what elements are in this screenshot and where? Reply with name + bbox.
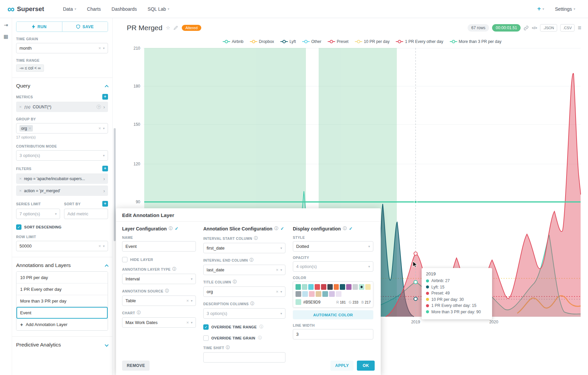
ok-button[interactable]: OK bbox=[357, 361, 375, 371]
close-icon[interactable]: × bbox=[186, 320, 189, 325]
annotation-layer-item[interactable]: 1 PR Every other day bbox=[16, 283, 108, 295]
color-swatch[interactable] bbox=[296, 291, 301, 297]
style-select[interactable]: Dotted ▾ bbox=[293, 241, 373, 252]
annotation-layer-item-selected[interactable]: Event bbox=[16, 307, 108, 319]
color-swatch[interactable] bbox=[336, 291, 341, 297]
close-icon[interactable]: × bbox=[19, 176, 22, 181]
annotation-layer-type-select[interactable]: Interval ▾ bbox=[122, 274, 196, 284]
sort-by-select[interactable]: Add metric bbox=[64, 209, 108, 219]
collapse-panel-icon[interactable]: ⇥ bbox=[4, 22, 8, 28]
export-csv-button[interactable]: .CSV bbox=[560, 24, 575, 32]
group-by-select[interactable]: org × × ▾ bbox=[16, 123, 108, 133]
close-icon[interactable]: × bbox=[19, 104, 22, 109]
annotation-source-select[interactable]: Table × ▾ bbox=[122, 296, 196, 306]
opacity-select[interactable]: 4 option(s) ▾ bbox=[293, 261, 373, 272]
line-width-input[interactable] bbox=[293, 329, 373, 339]
legend-item[interactable]: Airbnb bbox=[223, 39, 244, 44]
legend-item[interactable]: Preset bbox=[328, 39, 349, 44]
override-time-range-checkbox[interactable]: ✓ bbox=[203, 324, 209, 330]
description-columns-select[interactable]: 3 option(s) ▾ bbox=[203, 308, 285, 319]
override-time-grain-checkbox[interactable] bbox=[203, 335, 209, 341]
annotation-layer-item[interactable]: More than 3 PR per day bbox=[16, 295, 108, 307]
color-swatch[interactable] bbox=[359, 284, 364, 290]
close-icon[interactable]: × bbox=[98, 46, 101, 51]
hide-layer-checkbox[interactable] bbox=[122, 257, 127, 262]
row-limit-select[interactable]: 50000 × ▾ bbox=[16, 241, 108, 251]
chart-select[interactable]: Max Work Dates × ▾ bbox=[122, 317, 196, 328]
settings-menu[interactable]: Settings ▾ bbox=[549, 0, 581, 18]
color-swatch[interactable] bbox=[329, 291, 335, 297]
series-limit-select[interactable]: 7 option(s) ▾ bbox=[16, 209, 60, 219]
legend-item[interactable]: Lyft bbox=[280, 39, 296, 44]
remove-button[interactable]: REMOVE bbox=[122, 361, 150, 371]
sort-descending-checkbox[interactable]: ✓ bbox=[16, 224, 21, 230]
save-button[interactable]: SAVE bbox=[62, 22, 108, 32]
more-menu-icon[interactable]: ≡ bbox=[578, 24, 581, 32]
color-swatch[interactable] bbox=[302, 284, 307, 290]
export-json-button[interactable]: .JSON bbox=[540, 24, 557, 32]
title-column-select[interactable]: org × ▾ bbox=[203, 286, 285, 297]
time-range-badge[interactable]: -∞ ≤ col < ∞ bbox=[16, 64, 44, 72]
color-swatch[interactable] bbox=[296, 284, 301, 290]
color-swatch[interactable] bbox=[365, 284, 371, 290]
color-swatch[interactable] bbox=[316, 291, 321, 297]
apply-button[interactable]: APPLY bbox=[330, 361, 354, 371]
color-swatch[interactable] bbox=[346, 284, 352, 290]
add-filter-button[interactable]: + bbox=[102, 166, 108, 171]
close-icon[interactable]: × bbox=[19, 188, 22, 193]
view-query-code-icon[interactable]: </> bbox=[532, 26, 537, 30]
color-swatch[interactable] bbox=[327, 284, 333, 290]
name-input[interactable] bbox=[122, 241, 196, 252]
nav-dashboards[interactable]: Dashboards bbox=[106, 0, 143, 18]
automatic-color-button[interactable]: AUTOMATIC COLOR bbox=[293, 310, 373, 319]
contribution-mode-select[interactable]: 3 option(s) ▾ bbox=[16, 150, 108, 161]
close-icon[interactable]: × bbox=[186, 298, 189, 303]
time-grain-select[interactable]: month × ▾ bbox=[16, 43, 108, 53]
filter-chip[interactable]: × action = 'pr_merged' › bbox=[16, 185, 108, 196]
color-swatch[interactable] bbox=[321, 284, 326, 290]
close-icon[interactable]: × bbox=[29, 126, 31, 131]
color-swatch[interactable] bbox=[308, 284, 314, 290]
close-icon[interactable]: × bbox=[98, 126, 101, 131]
close-icon[interactable]: × bbox=[276, 289, 278, 294]
close-icon[interactable]: × bbox=[276, 267, 278, 272]
hide-layer-checkbox-row[interactable]: HIDE LAYER bbox=[122, 257, 196, 262]
edit-properties-icon[interactable] bbox=[173, 25, 178, 30]
sort-descending-checkbox-row[interactable]: ✓ SORT DESCENDING bbox=[16, 224, 108, 230]
annotations-section-header[interactable]: Annotations and Layers bbox=[16, 262, 108, 268]
add-sort-metric-button[interactable]: + bbox=[102, 201, 108, 207]
color-swatch[interactable] bbox=[340, 284, 345, 290]
legend-item[interactable]: Dropbox bbox=[250, 39, 274, 44]
predictive-section-header[interactable]: Predictive Analytics bbox=[16, 342, 108, 348]
color-swatch[interactable] bbox=[334, 284, 339, 290]
nav-charts[interactable]: Charts bbox=[82, 0, 106, 18]
close-icon[interactable]: × bbox=[98, 244, 101, 249]
override-time-range-row[interactable]: ✓ OVERRIDE TIME RANGE ⓘ bbox=[203, 324, 285, 330]
add-annotation-layer-button[interactable]: + Add Annotation Layer bbox=[16, 319, 108, 330]
share-link-icon[interactable] bbox=[524, 25, 529, 31]
legend-item[interactable]: 1 PR Every other day bbox=[396, 39, 443, 44]
run-button[interactable]: RUN bbox=[16, 22, 62, 32]
new-item-menu[interactable]: + ▾ bbox=[532, 0, 550, 18]
filter-chip[interactable]: × repo = 'apache/incubator-supers... › bbox=[16, 173, 108, 184]
panel-scrollbar[interactable] bbox=[114, 128, 116, 241]
legend-item[interactable]: Other bbox=[302, 39, 321, 44]
favorite-star-icon[interactable]: ☆ bbox=[166, 25, 170, 31]
datasource-grid-icon[interactable]: ▦ bbox=[3, 34, 8, 40]
color-swatch[interactable] bbox=[322, 291, 328, 297]
selected-color-hex[interactable]: #B5E9D9 bbox=[303, 300, 320, 305]
color-swatch[interactable] bbox=[302, 291, 308, 297]
nav-data[interactable]: Data ▾ bbox=[58, 0, 82, 18]
legend-item[interactable]: 10 PR per day bbox=[355, 39, 390, 44]
superset-logo[interactable]: ∞ Superset bbox=[7, 4, 44, 14]
annotation-layer-item[interactable]: 10 PR per day bbox=[16, 272, 108, 283]
interval-start-select[interactable]: first_date ▾ bbox=[203, 243, 285, 253]
color-swatch[interactable] bbox=[309, 291, 315, 297]
metric-chip[interactable]: × ƒ(x) COUNT(*) ? › bbox=[16, 102, 108, 112]
interval-end-select[interactable]: last_date × ▾ bbox=[203, 265, 285, 275]
legend-item[interactable]: More than 3 PR per day bbox=[450, 39, 501, 44]
color-swatch[interactable] bbox=[315, 284, 320, 290]
override-time-grain-row[interactable]: OVERRIDE TIME GRAIN ⓘ bbox=[203, 335, 285, 341]
color-swatch[interactable] bbox=[353, 284, 358, 290]
nav-sql-lab[interactable]: SQL Lab ▾ bbox=[142, 0, 175, 18]
